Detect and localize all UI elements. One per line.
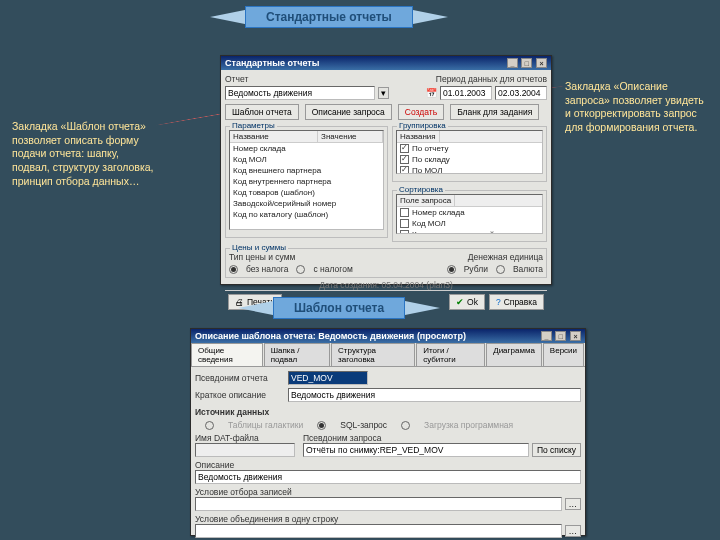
query-button[interactable]: Описание запроса bbox=[305, 104, 392, 120]
group-grouping: Группировка bbox=[397, 121, 448, 130]
list-item[interactable]: Код по каталогу (шаблон) bbox=[230, 209, 383, 220]
group-sort: Сортировка bbox=[397, 185, 445, 194]
period-label: Период данных для отчетов bbox=[436, 74, 547, 84]
radio-cur[interactable] bbox=[496, 265, 505, 274]
qpseud-label: Псевдоним запроса bbox=[303, 433, 581, 443]
filter-label: Условие отбора записей bbox=[195, 487, 581, 497]
calendar-icon[interactable]: 📅 bbox=[426, 88, 437, 98]
date-from[interactable] bbox=[440, 86, 492, 100]
filter-ellipsis[interactable]: … bbox=[565, 498, 582, 510]
radio-tables[interactable] bbox=[205, 421, 214, 430]
params-group-title: Параметры bbox=[230, 121, 277, 130]
tab-header-footer[interactable]: Шапка / подвал bbox=[264, 343, 330, 366]
max-button[interactable]: □ bbox=[521, 58, 532, 68]
desc-label: Описание bbox=[195, 460, 581, 470]
qpseud-field[interactable] bbox=[303, 443, 529, 457]
window-standard-reports: Стандартные отчеты _ □ × Отчет Период да… bbox=[220, 55, 552, 285]
tab-totals[interactable]: Итоги / субитоги bbox=[416, 343, 485, 366]
window-template-desc: Описание шаблона отчета: Ведомость движе… bbox=[190, 328, 586, 536]
close-button[interactable]: × bbox=[570, 331, 581, 341]
radio-rub[interactable] bbox=[447, 265, 456, 274]
tabstrip: Общие сведения Шапка / подвал Структура … bbox=[191, 343, 585, 367]
ribbon-top: Стандартные отчеты bbox=[210, 6, 448, 28]
blank-button[interactable]: Бланк для задания bbox=[450, 104, 539, 120]
create-button[interactable]: Создать bbox=[398, 104, 444, 120]
merge-label: Условие объединения в одну строку bbox=[195, 514, 581, 524]
desc-field[interactable] bbox=[195, 470, 581, 484]
max-button[interactable]: □ bbox=[555, 331, 566, 341]
radio-sql[interactable] bbox=[317, 421, 326, 430]
short-field[interactable] bbox=[288, 388, 581, 402]
list-item[interactable]: Код внутреннего партнера bbox=[230, 176, 383, 187]
prices-group: Цены и суммы bbox=[230, 243, 288, 252]
date-created: Дата создания: 05.04.2004 (plan3) bbox=[319, 280, 453, 290]
radio-with-tax[interactable] bbox=[296, 265, 305, 274]
dat-label: Имя DAT-файла bbox=[195, 433, 295, 443]
check-icon: ✔ bbox=[456, 297, 464, 307]
title-1: Стандартные отчеты bbox=[225, 58, 319, 68]
checkbox[interactable] bbox=[400, 166, 409, 174]
report-label: Отчет bbox=[225, 74, 248, 84]
filter-field[interactable] bbox=[195, 497, 562, 511]
col-name: Название bbox=[230, 131, 318, 142]
checkbox[interactable] bbox=[400, 144, 409, 153]
report-select[interactable] bbox=[225, 86, 375, 100]
list-item[interactable]: Код МОЛ bbox=[230, 154, 383, 165]
merge-field[interactable] bbox=[195, 524, 562, 538]
titlebar-1: Стандартные отчеты _ □ × bbox=[221, 56, 551, 70]
tab-diagram[interactable]: Диаграмма bbox=[486, 343, 542, 366]
pseudonym-field[interactable] bbox=[288, 371, 368, 385]
ribbon-mid: Шаблон отчета bbox=[238, 297, 440, 319]
help-button[interactable]: ?Справка bbox=[489, 294, 544, 310]
col-value: Значение bbox=[318, 131, 383, 142]
list-item[interactable]: Код товаров (шаблон) bbox=[230, 187, 383, 198]
title-2: Описание шаблона отчета: Ведомость движе… bbox=[195, 331, 466, 341]
annotation-left: Закладка «Шаблон отчета» позволяет описа… bbox=[12, 120, 157, 188]
radio-no-tax[interactable] bbox=[229, 265, 238, 274]
min-button[interactable]: _ bbox=[541, 331, 552, 341]
list-item[interactable]: Номер склада bbox=[230, 143, 383, 154]
short-label: Краткое описание bbox=[195, 390, 285, 400]
ok-button[interactable]: ✔Ok bbox=[449, 294, 485, 310]
checkbox[interactable] bbox=[400, 155, 409, 164]
ribbon-top-label: Стандартные отчеты bbox=[245, 6, 413, 28]
merge-ellipsis[interactable]: … bbox=[565, 525, 582, 537]
dat-field[interactable] bbox=[195, 443, 295, 457]
sysbuttons-1: _ □ × bbox=[506, 58, 547, 68]
min-button[interactable]: _ bbox=[507, 58, 518, 68]
radio-prog[interactable] bbox=[401, 421, 410, 430]
checkbox[interactable] bbox=[400, 219, 409, 228]
template-button[interactable]: Шаблон отчета bbox=[225, 104, 299, 120]
pseudonym-label: Псевдоним отчета bbox=[195, 373, 285, 383]
ribbon-mid-label: Шаблон отчета bbox=[273, 297, 405, 319]
by-list-button[interactable]: По списку bbox=[532, 443, 581, 457]
tab-structure[interactable]: Структура заголовка bbox=[331, 343, 415, 366]
sysbuttons-2: _ □ × bbox=[540, 331, 581, 341]
tab-versions[interactable]: Версии bbox=[543, 343, 584, 366]
src-label: Источник данных bbox=[195, 407, 269, 417]
dropdown-icon[interactable]: ▾ bbox=[378, 87, 389, 99]
close-button[interactable]: × bbox=[536, 58, 547, 68]
date-to[interactable] bbox=[495, 86, 547, 100]
checkbox[interactable] bbox=[400, 230, 409, 234]
list-item[interactable]: Код внешнего партнера bbox=[230, 165, 383, 176]
titlebar-2: Описание шаблона отчета: Ведомость движе… bbox=[191, 329, 585, 343]
help-icon: ? bbox=[496, 297, 501, 307]
checkbox[interactable] bbox=[400, 208, 409, 217]
annotation-right: Закладка «Описание запроса» позволяет ув… bbox=[565, 80, 710, 135]
tab-general[interactable]: Общие сведения bbox=[191, 343, 263, 366]
list-item[interactable]: Заводской/серийный номер bbox=[230, 198, 383, 209]
